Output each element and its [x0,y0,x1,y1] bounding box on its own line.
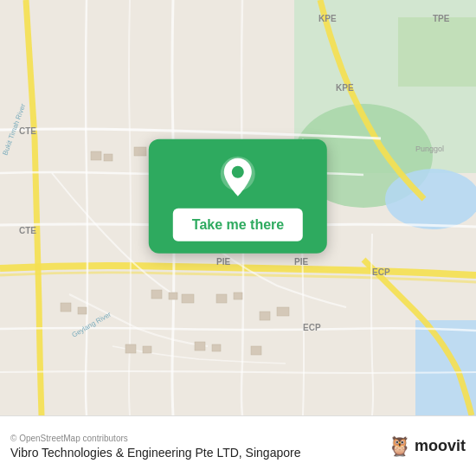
svg-rect-3 [398,17,476,87]
svg-rect-32 [195,342,205,351]
bottom-bar: © OpenStreetMap contributors Vibro Techn… [0,415,476,476]
svg-rect-24 [216,294,227,303]
svg-rect-29 [78,307,87,314]
svg-text:PIE: PIE [294,257,308,267]
moovit-brand-text: moovit [415,437,466,455]
svg-rect-20 [134,147,146,156]
svg-rect-22 [169,293,177,299]
svg-rect-34 [251,346,261,355]
svg-rect-27 [277,307,289,316]
svg-rect-23 [182,294,194,303]
moovit-logo: 🦉 moovit [388,435,466,458]
svg-rect-26 [260,312,270,320]
svg-point-4 [385,169,476,229]
svg-text:CTE: CTE [19,126,36,136]
moovit-owl-icon: 🦉 [388,435,411,458]
svg-rect-31 [143,346,151,353]
map-container: PIE PIE CTE CTE KPE KPE ECP ECP TPE Buki… [0,0,476,415]
svg-text:CTE: CTE [19,226,36,235]
svg-rect-19 [104,154,113,161]
svg-point-36 [232,166,244,178]
svg-text:Punggol: Punggol [415,145,444,153]
bottom-left: © OpenStreetMap contributors Vibro Techn… [10,434,388,460]
take-me-there-button[interactable]: Take me there [173,209,303,241]
svg-text:KPE: KPE [318,14,337,23]
svg-text:ECP: ECP [303,323,321,332]
svg-rect-30 [125,344,136,353]
location-pin-icon [215,155,261,200]
svg-text:KPE: KPE [336,83,354,93]
svg-rect-28 [61,303,71,312]
svg-text:PIE: PIE [216,257,230,267]
svg-rect-21 [151,290,162,299]
svg-rect-25 [234,293,242,299]
location-card: Take me there [149,139,327,254]
svg-text:ECP: ECP [372,267,390,277]
place-name: Vibro Technologies & Engineering Pte LTD… [10,446,388,460]
osm-attribution: © OpenStreetMap contributors [10,434,388,443]
svg-rect-18 [91,151,101,160]
svg-rect-33 [212,344,221,351]
svg-text:TPE: TPE [433,14,450,23]
